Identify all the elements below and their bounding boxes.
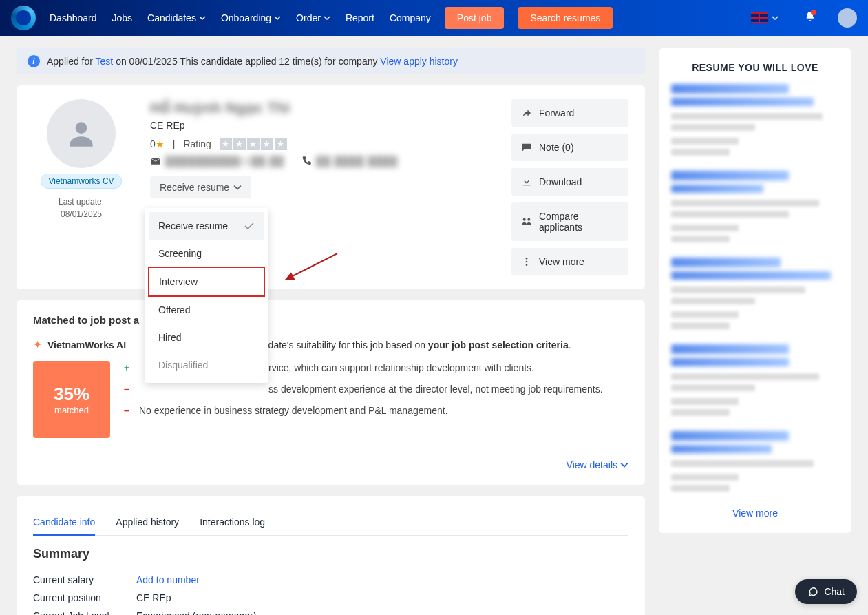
chevron-down-icon [772, 14, 779, 21]
avatar-column: Vietnamworks CV Last update: 08/01/2025 [33, 99, 129, 275]
last-update-date: 08/01/2025 [59, 208, 104, 220]
recommended-item[interactable] [671, 258, 839, 329]
ai-description-row: ✦ VietnamWorks AI ndidate's suitability … [33, 338, 628, 351]
banner-mid: on 08/01/2025 This candidate applied 12 … [113, 56, 380, 67]
forward-icon [521, 107, 532, 118]
contact-row: ██████████@██.██ ██ ████ ████ [150, 156, 491, 167]
con-text: No experience in business strategy devel… [139, 404, 448, 418]
note-icon [521, 142, 532, 153]
download-button[interactable]: Download [511, 168, 628, 196]
status-option-receive[interactable]: Receive resume [149, 212, 264, 240]
minus-icon: – [124, 404, 134, 418]
star-icon[interactable]: ★ [275, 138, 287, 150]
compare-button[interactable]: Compare applicants [511, 202, 628, 241]
nav-order[interactable]: Order [296, 12, 330, 23]
nav-company[interactable]: Company [390, 12, 431, 23]
match-card: Matched to job post a ✦ VietnamWorks AI … [17, 300, 645, 485]
compare-label: Compare applicants [539, 211, 619, 233]
person-icon [64, 116, 98, 151]
nav-dashboard[interactable]: Dashboard [50, 12, 97, 23]
star-icon[interactable]: ★ [220, 138, 232, 150]
recommended-item[interactable] [671, 84, 839, 156]
nav-jobs[interactable]: Jobs [112, 12, 133, 23]
forward-button[interactable]: Forward [511, 99, 628, 127]
minus-icon: – [124, 382, 134, 397]
nav-onboarding-label: Onboarding [221, 12, 271, 23]
recommended-item[interactable] [671, 171, 839, 242]
info-icon: i [28, 55, 40, 67]
divider: | [173, 138, 176, 149]
chat-icon [807, 586, 818, 597]
notifications-button[interactable] [805, 11, 816, 25]
phone-hidden: ██ ████ ████ [316, 156, 398, 167]
note-button[interactable]: Note (0) [511, 134, 628, 161]
language-switcher[interactable] [751, 12, 779, 23]
summary-heading: Summary [33, 547, 628, 567]
search-resumes-button[interactable]: Search resumes [518, 7, 613, 29]
view-details-link[interactable]: View details [567, 459, 628, 470]
banner-history-link[interactable]: View apply history [380, 56, 458, 67]
rating-row: 0★ | Rating ★ ★ ★ ★ ★ [150, 138, 491, 150]
ai-criteria: your job post selection criteria [428, 340, 569, 351]
email-hidden: ██████████@██.██ [165, 156, 284, 167]
view-more-label: View more [539, 256, 584, 267]
banner-job-link[interactable]: Test [96, 56, 114, 67]
status-option-interview[interactable]: Interview [148, 267, 265, 297]
status-option-disqualified[interactable]: Disqualified [149, 351, 264, 379]
ai-body-tail: ndidate's suitability for this job based… [255, 340, 428, 351]
status-dropdown-label: Receive resume [160, 182, 229, 193]
nav-candidates[interactable]: Candidates [147, 12, 206, 23]
chevron-down-icon [274, 14, 281, 21]
compare-icon [521, 216, 532, 227]
pro-text: rvice, which can support relationship de… [268, 361, 534, 375]
candidate-position: CE REp [150, 120, 491, 131]
tab-candidate-info[interactable]: Candidate info [33, 510, 95, 536]
chat-widget[interactable]: Chat [795, 579, 857, 604]
view-more-button[interactable]: View more [511, 248, 628, 275]
nav-report[interactable]: Report [346, 12, 374, 23]
sparkle-icon: ✦ [33, 338, 42, 351]
phone-icon [301, 156, 312, 167]
note-label: Note (0) [539, 142, 574, 153]
svg-point-0 [76, 122, 87, 134]
download-icon [521, 176, 532, 187]
post-job-button[interactable]: Post job [445, 7, 505, 29]
chevron-down-icon [199, 14, 206, 21]
star-icon[interactable]: ★ [247, 138, 260, 150]
svg-point-2 [526, 261, 528, 263]
star-icon[interactable]: ★ [261, 138, 273, 150]
tab-interactions-log[interactable]: Interactions log [200, 510, 265, 535]
rating-value: 0 [150, 138, 156, 149]
forward-label: Forward [539, 107, 574, 118]
status-option-screening[interactable]: Screening [149, 240, 264, 267]
rating-label: Rating [183, 138, 211, 149]
sidebar-view-more: View more [671, 507, 839, 519]
current-job-level-value: Experienced (non-manager) [136, 610, 628, 615]
recommended-item[interactable] [671, 431, 839, 492]
add-to-number-link[interactable]: Add to number [136, 574, 628, 585]
nav-onboarding[interactable]: Onboarding [221, 12, 281, 23]
top-navbar: Dashboard Jobs Candidates Onboarding Ord… [0, 0, 868, 36]
status-option-offered[interactable]: Offered [149, 296, 264, 324]
recommended-item[interactable] [671, 344, 839, 416]
cv-source-tag: Vietnamworks CV [41, 174, 121, 189]
current-job-level-label: Current Job Level [33, 610, 136, 615]
match-percent-value: 35% [54, 384, 89, 405]
status-dropdown-trigger[interactable]: Receive resume [150, 176, 251, 198]
star-icon[interactable]: ★ [233, 138, 246, 150]
tab-applied-history[interactable]: Applied history [116, 510, 179, 535]
star-icon: ★ [156, 138, 165, 149]
user-avatar[interactable] [838, 8, 857, 28]
chevron-down-icon [233, 183, 242, 191]
logo-icon[interactable] [11, 6, 36, 30]
status-option-hired[interactable]: Hired [149, 324, 264, 351]
current-position-label: Current position [33, 592, 136, 603]
match-percentage-box: 35% matched [33, 361, 110, 438]
rating-stars[interactable]: ★ ★ ★ ★ ★ [220, 138, 287, 150]
banner-prefix: Applied for [47, 56, 96, 67]
view-details-row: View details [33, 459, 628, 471]
action-buttons: Forward Note (0) Download Compare applic… [511, 99, 628, 275]
candidate-detail-card: Candidate info Applied history Interacti… [17, 496, 645, 615]
last-update-label: Last update: [59, 196, 104, 208]
sidebar-view-more-link[interactable]: View more [732, 508, 778, 519]
